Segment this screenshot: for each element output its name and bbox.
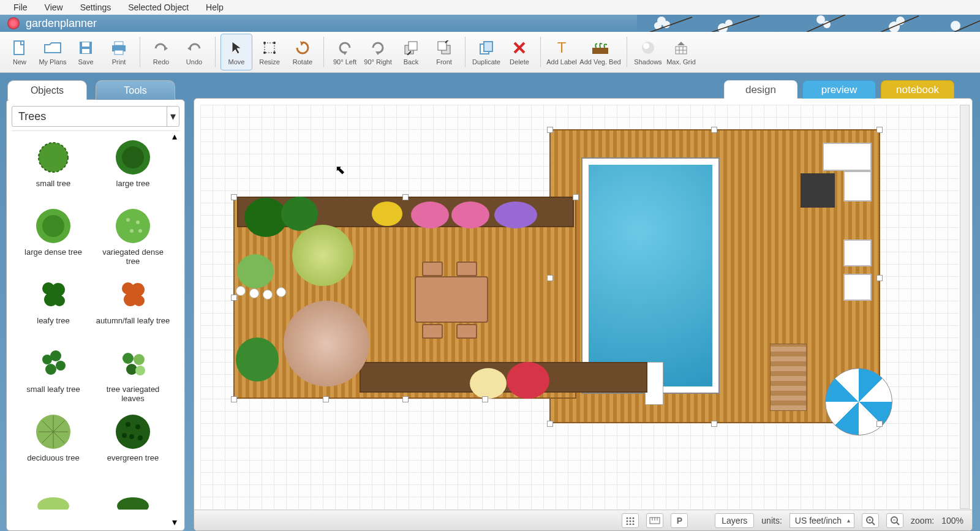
object-item[interactable]: large tree <box>94 135 172 200</box>
canvas-shrub[interactable] <box>281 197 318 231</box>
canvas-flowers[interactable] <box>411 201 449 228</box>
canvas-stone[interactable] <box>263 290 273 299</box>
menu-selected-object[interactable]: Selected Object <box>119 0 197 15</box>
tab-tools[interactable]: Tools <box>96 80 175 100</box>
object-item[interactable] <box>14 478 92 523</box>
tab-objects[interactable]: Objects <box>7 80 87 100</box>
menu-file[interactable]: File <box>5 0 36 15</box>
selection-handle[interactable] <box>323 396 329 402</box>
canvas-shrub[interactable] <box>244 198 287 237</box>
canvas-chair[interactable] <box>843 274 872 301</box>
canvas-flowers[interactable] <box>372 201 402 226</box>
redo-button[interactable]: Redo <box>145 34 177 70</box>
canvas-sofa[interactable] <box>843 171 872 201</box>
selection-handle[interactable] <box>231 194 237 200</box>
selection-handle[interactable] <box>402 194 409 200</box>
rotate-left-button[interactable]: 90° Left <box>329 34 361 70</box>
canvas-chair[interactable] <box>456 324 477 339</box>
svg-point-94 <box>633 523 635 525</box>
menu-view[interactable]: View <box>36 0 72 15</box>
menu-help[interactable]: Help <box>197 0 232 15</box>
zoom-out-button[interactable] <box>886 513 903 528</box>
canvas-pool[interactable] <box>581 157 720 394</box>
canvas-diving-board[interactable] <box>645 362 663 405</box>
object-item[interactable]: small tree <box>14 135 92 200</box>
new-button[interactable]: New <box>4 34 36 70</box>
object-item[interactable]: autumn/fall leafy tree <box>94 272 172 337</box>
canvas-lounger[interactable] <box>770 344 807 411</box>
myplans-button[interactable]: My Plans <box>37 34 69 70</box>
object-item[interactable]: deciduous tree <box>14 409 92 474</box>
scroll-up-button[interactable]: ▴ <box>170 132 179 140</box>
canvas-chair[interactable] <box>843 239 872 266</box>
object-item[interactable]: large dense tree <box>14 203 92 268</box>
canvas-chair[interactable] <box>456 262 477 276</box>
front-button[interactable]: Front <box>428 34 460 70</box>
canvas-sofa[interactable] <box>823 143 872 171</box>
object-item[interactable]: evergreen tree <box>94 409 172 474</box>
object-list[interactable]: small tree large tree large dense tree v… <box>12 131 179 527</box>
canvas-flowers[interactable] <box>451 201 489 228</box>
selection-handle[interactable] <box>547 421 553 427</box>
selection-handle[interactable] <box>711 127 717 133</box>
vertical-scrollbar[interactable] <box>960 105 970 509</box>
selection-handle[interactable] <box>231 396 237 402</box>
scroll-down-button[interactable]: ▾ <box>170 518 179 525</box>
canvas-shrub[interactable] <box>236 337 279 382</box>
duplicate-button[interactable]: Duplicate <box>470 34 502 70</box>
tab-notebook[interactable]: notebook <box>881 80 954 99</box>
selection-handle[interactable] <box>876 127 883 133</box>
canvas-table[interactable] <box>415 276 488 323</box>
object-item[interactable]: small leafy tree <box>14 341 92 405</box>
selection-handle[interactable] <box>876 275 883 281</box>
canvas-stone[interactable] <box>249 288 259 298</box>
canvas-shrub[interactable] <box>237 254 274 288</box>
back-button[interactable]: Back <box>395 34 427 70</box>
selection-handle[interactable] <box>482 396 488 402</box>
tab-preview[interactable]: preview <box>802 80 876 99</box>
rotate-right-button[interactable]: 90° Right <box>362 34 394 70</box>
move-button[interactable]: Move <box>221 34 252 70</box>
canvas-stone[interactable] <box>276 287 286 297</box>
selection-handle[interactable] <box>711 421 717 427</box>
object-item[interactable] <box>94 478 172 523</box>
save-button[interactable]: Save <box>70 34 102 70</box>
canvas-tree[interactable] <box>284 301 369 386</box>
layers-button[interactable]: Layers <box>715 513 754 528</box>
canvas-tree[interactable] <box>292 225 353 286</box>
menu-settings[interactable]: Settings <box>72 0 120 15</box>
selection-handle[interactable] <box>231 295 237 301</box>
add-label-button[interactable]: TAdd Label <box>546 34 578 70</box>
zoom-in-button[interactable] <box>862 513 879 528</box>
canvas-flowers[interactable] <box>507 362 549 399</box>
canvas-stone[interactable] <box>236 286 246 296</box>
maxgrid-button[interactable]: Max. Grid <box>665 34 697 70</box>
canvas-table-square[interactable] <box>801 173 835 208</box>
canvas-flowers[interactable] <box>470 368 507 399</box>
shadows-button[interactable]: Shadows <box>632 34 664 70</box>
canvas-chair[interactable] <box>422 262 443 276</box>
selection-handle[interactable] <box>402 396 409 402</box>
properties-button[interactable]: P <box>671 513 688 528</box>
canvas-chair[interactable] <box>422 324 443 339</box>
tab-design[interactable]: design <box>724 80 797 99</box>
units-select[interactable]: US feet/inch <box>790 513 854 528</box>
undo-button[interactable]: Undo <box>178 34 210 70</box>
selection-handle[interactable] <box>547 275 553 281</box>
selection-handle[interactable] <box>876 421 883 427</box>
grid-dots-button[interactable] <box>622 513 639 528</box>
object-item[interactable]: variegated dense tree <box>94 203 172 268</box>
category-select[interactable]: Trees ▾ <box>12 106 179 127</box>
selection-handle[interactable] <box>547 127 553 133</box>
object-item[interactable]: leafy tree <box>14 272 92 337</box>
design-canvas[interactable]: ⬉ P Layers units: US feet/inch zoom: 100… <box>194 98 973 531</box>
print-button[interactable]: Print <box>103 34 135 70</box>
rotate-button[interactable]: Rotate <box>287 34 318 70</box>
resize-button[interactable]: Resize <box>254 34 285 70</box>
object-item[interactable]: tree variegated leaves <box>94 341 172 405</box>
canvas-flowers[interactable] <box>494 201 537 228</box>
add-vegbed-button[interactable]: Add Veg. Bed <box>579 34 622 70</box>
selection-handle[interactable] <box>573 194 579 200</box>
delete-button[interactable]: Delete <box>503 34 535 70</box>
ruler-button[interactable] <box>646 513 663 528</box>
